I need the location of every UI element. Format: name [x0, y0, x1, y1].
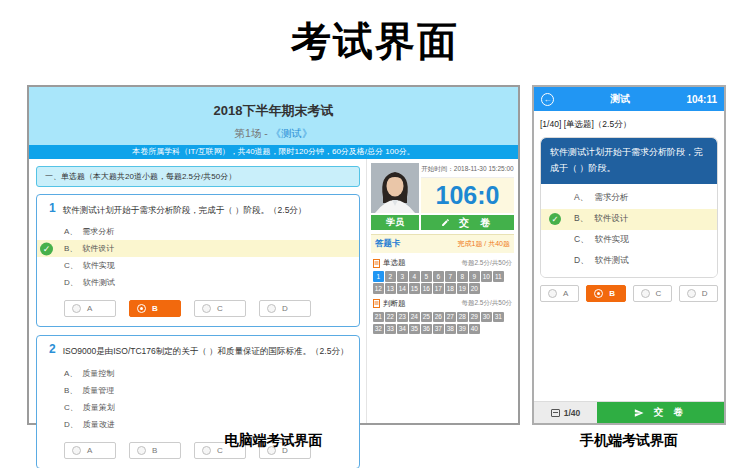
answer-button-b[interactable]: B — [586, 285, 625, 302]
answer-card-section-judge: 判断题 每题2.5分/共50分 212223242526272829303132… — [371, 294, 514, 335]
edit-icon — [441, 218, 450, 227]
question-number-7[interactable]: 7 — [445, 271, 456, 282]
question-number-11[interactable]: 11 — [493, 271, 504, 282]
section-header: 一、单选题（本大题共20道小题，每题2.5分/共50分） — [36, 166, 360, 187]
question-number-5[interactable]: 5 — [421, 271, 432, 282]
answer-button-d[interactable]: D — [679, 285, 718, 302]
question-number-30[interactable]: 30 — [481, 312, 492, 323]
question-number-18[interactable]: 18 — [445, 283, 456, 294]
question-number-8[interactable]: 8 — [457, 271, 468, 282]
exam-title: 2018下半年期末考试 — [29, 87, 518, 120]
question-number-35[interactable]: 35 — [409, 324, 420, 335]
radio-icon — [687, 289, 696, 298]
option-text: 软件实现 — [83, 260, 115, 271]
answer-card-title: 答题卡 — [375, 238, 401, 250]
answer-button-a[interactable]: A — [64, 300, 116, 317]
question-number-2[interactable]: 2 — [385, 271, 396, 282]
option-text: 软件测试 — [83, 277, 115, 288]
question-number-27[interactable]: 27 — [445, 312, 456, 323]
option-b[interactable]: ✓ B、 软件设计 — [541, 209, 717, 230]
option-label: B、 — [64, 243, 77, 254]
desktop-exam-window: 2018下半年期末考试 第1场 - 《测试》 本卷所属学科（IT/互联网），共4… — [27, 85, 520, 425]
question-number-32[interactable]: 32 — [373, 324, 384, 335]
question-number-3[interactable]: 3 — [397, 271, 408, 282]
option-d[interactable]: D、 软件测试 — [37, 274, 359, 291]
answer-button-c[interactable]: C — [633, 285, 672, 302]
option-text: 软件设计 — [594, 213, 628, 225]
radio-icon — [267, 304, 276, 313]
session-prefix: 第1场 - — [234, 127, 270, 139]
question-number-21[interactable]: 21 — [373, 312, 384, 323]
option-b[interactable]: B、 质量管理 — [37, 382, 359, 399]
question-number-17[interactable]: 17 — [433, 283, 444, 294]
question-number-28[interactable]: 28 — [457, 312, 468, 323]
answer-card-icon — [551, 409, 560, 417]
answer-button-c[interactable]: C — [194, 300, 246, 317]
submit-exam-button[interactable]: 交 卷 — [421, 215, 514, 230]
question-number-16[interactable]: 16 — [421, 283, 432, 294]
option-text: 质量控制 — [82, 368, 114, 379]
question-number-36[interactable]: 36 — [421, 324, 432, 335]
question-number-grid: 2122232425262728293031323334353637383940 — [373, 312, 512, 335]
answer-card-header: 答题卡 完成1题 / 共40题 — [371, 234, 514, 253]
question-number-37[interactable]: 37 — [433, 324, 444, 335]
option-label: A、 — [64, 226, 77, 237]
answer-button-d[interactable]: D — [259, 300, 311, 317]
radio-icon — [548, 289, 557, 298]
option-d[interactable]: D、 软件测试 — [541, 251, 717, 272]
option-c[interactable]: C、 质量策划 — [37, 399, 359, 416]
question-number-10[interactable]: 10 — [481, 271, 492, 282]
question-number-6[interactable]: 6 — [433, 271, 444, 282]
question-panel: 一、单选题（本大题共20道小题，每题2.5分/共50分） 1 软件测试计划开始于… — [29, 159, 366, 423]
exam-info-bar: 本卷所属学科（IT/互联网），共40道题，限时120分钟，60分及格/总分 10… — [29, 145, 518, 159]
mobile-title: 测试 — [554, 92, 686, 106]
question-number-19[interactable]: 19 — [457, 283, 468, 294]
mobile-question-card: 软件测试计划开始于需求分析阶段，完成于（ ）阶段。 A、 需求分析 ✓ B、 软… — [540, 137, 718, 278]
option-a[interactable]: A、 需求分析 — [541, 188, 717, 209]
question-number-4[interactable]: 4 — [409, 271, 420, 282]
question-number-9[interactable]: 9 — [469, 271, 480, 282]
option-a[interactable]: A、 需求分析 — [37, 223, 359, 240]
question-number-1[interactable]: 1 — [373, 271, 384, 282]
option-text: 软件实现 — [595, 234, 629, 246]
mobile-submit-button[interactable]: 交 卷 — [597, 402, 724, 423]
option-label: D、 — [64, 419, 78, 430]
question-number-39[interactable]: 39 — [457, 324, 468, 335]
question-number-38[interactable]: 38 — [445, 324, 456, 335]
start-time: 开始时间：2018-11-30 15:25:00 — [421, 163, 514, 178]
question-number-23[interactable]: 23 — [397, 312, 408, 323]
option-a[interactable]: A、 质量控制 — [37, 365, 359, 382]
mobile-header: ← 测试 104:11 — [534, 87, 724, 111]
option-text: 需求分析 — [594, 192, 628, 204]
question-number-22[interactable]: 22 — [385, 312, 396, 323]
answer-card-counter[interactable]: 1/40 — [534, 402, 597, 423]
question-number-25[interactable]: 25 — [421, 312, 432, 323]
radio-icon — [202, 304, 211, 313]
option-c[interactable]: C、 软件实现 — [541, 230, 717, 251]
question-number-12[interactable]: 12 — [373, 283, 384, 294]
option-b[interactable]: ✓ B、 软件设计 — [37, 240, 359, 257]
section-name: 判断题 — [383, 299, 406, 309]
question-number-29[interactable]: 29 — [469, 312, 480, 323]
option-label: A、 — [64, 368, 77, 379]
answer-button-b[interactable]: B — [129, 300, 181, 317]
question-number-13[interactable]: 13 — [385, 283, 396, 294]
question-number-14[interactable]: 14 — [397, 283, 408, 294]
question-number-15[interactable]: 15 — [409, 283, 420, 294]
back-icon[interactable]: ← — [541, 93, 554, 106]
option-text: 质量策划 — [83, 402, 115, 413]
option-d[interactable]: D、 质量改进 — [37, 416, 359, 433]
mobile-body: [1/40] [单选题]（2.5分） 软件测试计划开始于需求分析阶段，完成于（ … — [534, 111, 724, 401]
question-number-34[interactable]: 34 — [397, 324, 408, 335]
question-number-31[interactable]: 31 — [493, 312, 504, 323]
question-number-33[interactable]: 33 — [385, 324, 396, 335]
question-number-40[interactable]: 40 — [469, 324, 480, 335]
question-number-24[interactable]: 24 — [409, 312, 420, 323]
option-label: C、 — [64, 260, 78, 271]
question-number: 1 — [49, 202, 56, 216]
question-number-26[interactable]: 26 — [433, 312, 444, 323]
question-number-20[interactable]: 20 — [469, 283, 480, 294]
answer-button-a[interactable]: A — [540, 285, 579, 302]
exam-session: 第1场 - 《测试》 — [29, 127, 518, 141]
option-c[interactable]: C、 软件实现 — [37, 257, 359, 274]
